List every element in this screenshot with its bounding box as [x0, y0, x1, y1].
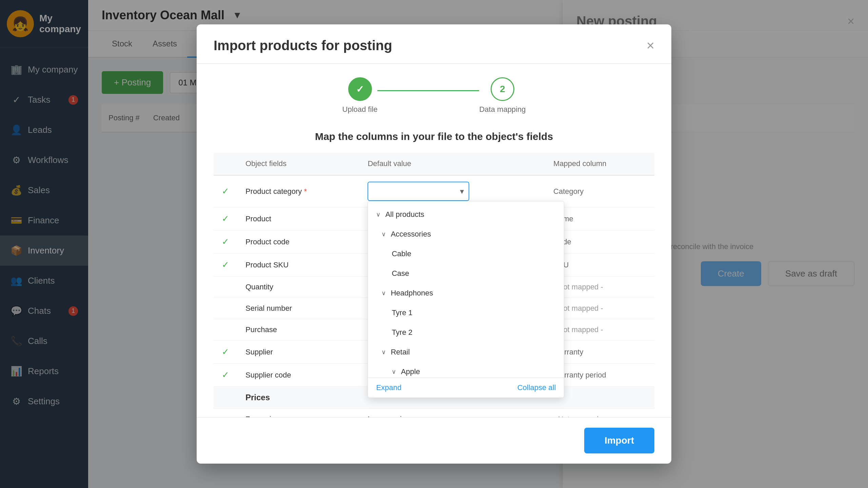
dropdown-item-apple[interactable]: ∨ Apple	[368, 362, 564, 378]
dropdown-item-all-products[interactable]: ∨ All products	[368, 205, 564, 224]
mapping-table: Object fields Default value Mapped colum…	[214, 152, 654, 417]
chevron-down-icon: ∨	[381, 289, 386, 297]
th-mapped-column: Mapped column	[545, 152, 654, 175]
th-default-value: Default value	[359, 152, 545, 175]
field-cell: Purchase	[237, 319, 359, 341]
field-label: Purchase	[245, 325, 277, 334]
item-label: Apple	[401, 367, 420, 376]
th-check	[214, 152, 237, 175]
required-star: *	[304, 187, 307, 196]
field-cell: Supplier	[237, 341, 359, 364]
stepper: ✓ Upload file 2 Data mapping	[197, 64, 671, 124]
check-icon: ✓	[222, 186, 229, 196]
item-label: Tyre 1	[392, 308, 412, 317]
dropdown-item-cable[interactable]: Cable	[368, 244, 564, 264]
check-cell: ✓	[214, 175, 237, 207]
field-cell: Quantity	[237, 277, 359, 298]
expand-button[interactable]: Expand	[376, 383, 401, 392]
mapped-col-cell: - Not mapped -	[545, 409, 654, 418]
field-cell: Serial number	[237, 298, 359, 319]
check-cell: ✓	[214, 341, 237, 364]
select-container: ▼ ∨ All products ∨	[368, 182, 469, 201]
default-value-cell: ▼ ∨ All products ∨	[359, 175, 545, 207]
modal-footer: Import	[197, 417, 671, 464]
dropdown-item-tyre2[interactable]: Tyre 2	[368, 323, 564, 342]
field-label: Product category *	[245, 187, 307, 196]
dropdown-item-retail[interactable]: ∨ Retail	[368, 342, 564, 362]
field-cell: Product SKU	[237, 253, 359, 277]
step-1-label: Upload file	[342, 105, 378, 114]
field-label: Serial number	[245, 304, 292, 312]
step-2-label: Data mapping	[479, 105, 526, 114]
item-label: Retail	[391, 348, 410, 357]
not-mapped-text: - Not mapped -	[553, 415, 603, 417]
dropdown-item-headphones[interactable]: ∨ Headphones	[368, 283, 564, 303]
field-label: Product SKU	[245, 261, 289, 269]
field-label: Product code	[245, 238, 290, 246]
field-cell: Product	[237, 207, 359, 230]
category-dropdown-menu: ∨ All products ∨ Accessories Cable	[368, 201, 564, 398]
field-label: Supplier	[245, 348, 273, 356]
item-label: Case	[392, 269, 409, 278]
check-icon: ✓	[222, 370, 229, 380]
check-cell: ✓	[214, 253, 237, 277]
default-value-cell: Leave as is	[359, 409, 545, 418]
product-category-select[interactable]	[368, 182, 469, 201]
field-cell: Supplier code	[237, 364, 359, 387]
check-cell	[214, 387, 237, 409]
field-label: Quantity	[245, 283, 273, 291]
modal-title: Import products for posting	[214, 38, 392, 53]
step-line	[377, 90, 479, 91]
step-1: ✓ Upload file	[342, 77, 378, 114]
check-cell	[214, 298, 237, 319]
step-2-circle: 2	[491, 77, 514, 101]
modal-body: Map the columns in your file to the obje…	[197, 124, 671, 417]
field-label: Product	[245, 215, 271, 223]
modal-close-button[interactable]: ×	[647, 38, 654, 53]
section-title: Map the columns in your file to the obje…	[214, 131, 654, 142]
check-icon: ✓	[222, 237, 229, 247]
field-cell: Product category *	[237, 175, 359, 207]
step-1-circle: ✓	[348, 77, 372, 101]
item-label: All products	[385, 210, 424, 219]
item-label: Cable	[392, 249, 411, 258]
dropdown-items: ∨ All products ∨ Accessories Cable	[368, 201, 564, 378]
step-2: 2 Data mapping	[479, 77, 526, 114]
table-row: ✓ Product category * ▼	[214, 175, 654, 207]
check-cell: ✓	[214, 364, 237, 387]
default-value-text: Leave as is	[368, 415, 405, 417]
modal-header: Import products for posting ×	[197, 24, 671, 64]
th-object-fields: Object fields	[237, 152, 359, 175]
item-label: Accessories	[391, 230, 431, 239]
check-cell	[214, 409, 237, 418]
mapped-column-text: Category	[553, 187, 584, 196]
collapse-all-button[interactable]: Collapse all	[517, 383, 556, 392]
field-cell: Zero price	[237, 409, 359, 418]
chevron-down-icon: ∨	[381, 348, 386, 356]
chevron-down-icon: ∨	[376, 211, 380, 218]
chevron-down-icon: ∨	[392, 368, 396, 375]
item-label: Headphones	[391, 289, 433, 298]
dropdown-footer: Expand Collapse all	[368, 378, 564, 398]
item-label: Tyre 2	[392, 328, 412, 337]
field-label: Supplier code	[245, 371, 291, 379]
import-button[interactable]: Import	[584, 428, 654, 453]
check-cell: ✓	[214, 230, 237, 253]
import-modal: Import products for posting × ✓ Upload f…	[197, 24, 671, 464]
check-icon: ✓	[222, 214, 229, 224]
field-cell: Product code	[237, 230, 359, 253]
chevron-down-icon: ∨	[381, 230, 386, 238]
dropdown-item-case[interactable]: Case	[368, 264, 564, 283]
check-icon: ✓	[222, 347, 229, 357]
dropdown-item-accessories[interactable]: ∨ Accessories	[368, 224, 564, 244]
group-label: Prices	[245, 393, 270, 402]
table-row: Zero price Leave as is - Not mapped -	[214, 409, 654, 418]
dropdown-item-tyre1[interactable]: Tyre 1	[368, 303, 564, 323]
check-cell: ✓	[214, 207, 237, 230]
check-cell	[214, 319, 237, 341]
field-label: Zero price	[245, 415, 279, 417]
check-icon: ✓	[222, 260, 229, 270]
check-cell	[214, 277, 237, 298]
